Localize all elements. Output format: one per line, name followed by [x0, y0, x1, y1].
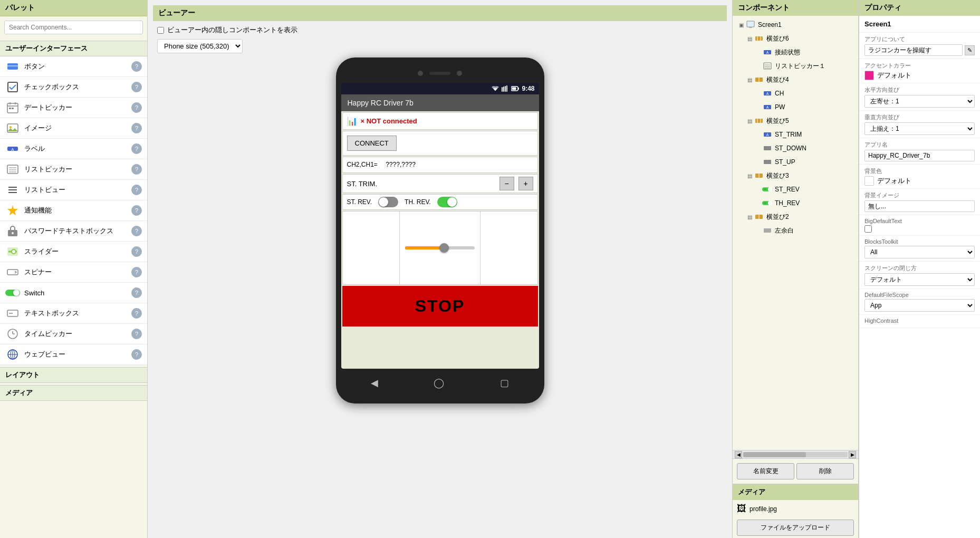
prop-about-edit-btn[interactable]: ✎ [965, 45, 975, 55]
palette-item-listview[interactable]: リストビュー ? [0, 180, 147, 200]
components-panel: コンポーネント ▣ Screen1 ▤ 横並び6 A 接続状態 [732, 0, 859, 538]
nav-back-button[interactable]: ◀ [364, 375, 385, 391]
notify-help[interactable]: ? [131, 205, 142, 216]
prop-about-row: アプリについて ✎ [859, 33, 980, 59]
delete-button[interactable]: 削除 [796, 463, 854, 479]
phone-camera [418, 71, 423, 76]
tree-item-status[interactable]: A 接続状態 [752, 45, 856, 59]
password-help[interactable]: ? [131, 226, 142, 236]
prop-valign-select[interactable]: 上揃え：1 [864, 122, 975, 135]
th-rev-label: TH. REV. [405, 198, 431, 206]
prop-about-input[interactable] [864, 44, 963, 56]
listpicker1-label: リストピッカー１ [775, 62, 825, 71]
prop-closemode-row: スクリーンの閉じ方 デフォルト [859, 262, 980, 289]
listpicker-help[interactable]: ? [131, 164, 142, 175]
palette-item-spinner[interactable]: スピナー ? [0, 262, 147, 283]
prop-blocks-select[interactable]: All [864, 246, 975, 258]
palette-item-slider[interactable]: スライダー ? [0, 242, 147, 262]
prop-bgimage-input[interactable] [864, 200, 975, 212]
joystick-center[interactable] [400, 212, 480, 284]
palette-item-datepicker[interactable]: デートピッカー ? [0, 98, 147, 118]
slider-thumb[interactable] [439, 243, 449, 253]
svg-point-28 [13, 290, 20, 296]
expand-yokonabi6[interactable]: ▤ [745, 34, 754, 43]
joystick-right[interactable] [481, 212, 537, 284]
svg-rect-63 [755, 119, 763, 123]
tree-item-leftspace[interactable]: 左余白 [752, 224, 856, 237]
prop-bigtext-checkbox[interactable] [864, 225, 872, 233]
connect-button[interactable]: CONNECT [347, 136, 397, 151]
expand-screen1[interactable]: ▣ [737, 21, 745, 29]
palette-item-label[interactable]: A ラベル ? [0, 139, 147, 159]
palette-item-switch[interactable]: Switch ? [0, 283, 147, 303]
joystick-left[interactable] [343, 212, 400, 284]
tree-item-yokonabi6[interactable]: ▤ 横並び6 [743, 32, 856, 45]
st-trim-icon: A [762, 129, 773, 140]
st-rev-switch[interactable] [378, 197, 398, 207]
scroll-right-btn[interactable]: ▶ [849, 451, 856, 458]
tree-item-yokonabi4[interactable]: ▤ 横並び4 [743, 73, 856, 87]
svg-rect-38 [502, 87, 503, 92]
expand-yokonabi5[interactable]: ▤ [745, 117, 754, 125]
search-input[interactable] [4, 21, 143, 34]
tree-item-yokonabi2[interactable]: ▤ 横並び2 [743, 210, 856, 224]
tree-item-yokonabi3[interactable]: ▤ 横並び3 [743, 169, 856, 182]
palette-item-timepicker[interactable]: タイムピッカー ? [0, 324, 147, 344]
show-hidden-checkbox[interactable] [157, 27, 164, 34]
prop-closemode-select[interactable]: デフォルト [864, 273, 975, 286]
prop-appname-input[interactable] [864, 150, 975, 161]
palette-item-checkbox[interactable]: チェックボックス ? [0, 77, 147, 98]
tree-item-st-trim[interactable]: A ST_TRIM [752, 128, 856, 141]
palette-item-listpicker[interactable]: リストピッカー ? [0, 159, 147, 180]
tree-item-yokonabi5[interactable]: ▤ 横並び5 [743, 114, 856, 128]
comp-actions: 名前変更 削除 [733, 458, 858, 484]
tree-item-screen1[interactable]: ▣ Screen1 [735, 18, 856, 32]
image-label: イメージ [24, 123, 131, 133]
palette-item-password[interactable]: パスワードテキストボックス ? [0, 221, 147, 242]
th-rev-switch[interactable] [437, 197, 457, 207]
scroll-left-btn[interactable]: ◀ [735, 451, 742, 458]
button-help[interactable]: ? [131, 61, 142, 72]
prop-filescope-select[interactable]: App [864, 299, 975, 312]
st-rev-icon [762, 184, 773, 195]
timepicker-help[interactable]: ? [131, 329, 142, 339]
stop-button[interactable]: STOP [342, 286, 538, 326]
datepicker-help[interactable]: ? [131, 102, 142, 113]
spinner-help[interactable]: ? [131, 267, 142, 277]
bgcolor-swatch[interactable] [864, 176, 874, 186]
nav-recent-button[interactable]: ▢ [494, 375, 515, 391]
prop-halign-select[interactable]: 左寄せ：1 [864, 95, 975, 108]
checkbox-help[interactable]: ? [131, 82, 142, 92]
palette-item-textbox[interactable]: テキストボックス ? [0, 303, 147, 324]
textbox-help[interactable]: ? [131, 308, 142, 319]
image-help[interactable]: ? [131, 123, 142, 133]
phone-size-select[interactable]: Phone size (505,320) [157, 39, 243, 53]
upload-button[interactable]: ファイルをアップロード [737, 520, 854, 536]
listview-help[interactable]: ? [131, 185, 142, 195]
palette-item-notify[interactable]: 通知機能 ? [0, 200, 147, 221]
palette-item-button[interactable]: ボタン ? [0, 56, 147, 77]
slider-help[interactable]: ? [131, 246, 142, 257]
expand-yokonabi3[interactable]: ▤ [745, 171, 754, 180]
tree-item-pw[interactable]: A PW [752, 100, 856, 114]
switch-help[interactable]: ? [131, 287, 142, 298]
tree-item-st-rev[interactable]: ST_REV [752, 182, 856, 196]
listpicker-icon [5, 162, 20, 177]
expand-yokonabi4[interactable]: ▤ [745, 75, 754, 84]
trim-minus-button[interactable]: − [499, 177, 514, 190]
tree-item-st-down[interactable]: ST_DOWN [752, 141, 856, 155]
palette-item-image[interactable]: イメージ ? [0, 118, 147, 139]
expand-yokonabi2[interactable]: ▤ [745, 213, 754, 221]
tree-item-listpicker1[interactable]: リストピッカー１ [752, 59, 856, 73]
label-help[interactable]: ? [131, 143, 142, 154]
accent-color-swatch[interactable] [864, 71, 874, 80]
tree-item-ch[interactable]: A CH [752, 87, 856, 100]
st-down-icon [762, 143, 773, 153]
palette-item-webview[interactable]: ウェブビュー ? [0, 344, 147, 365]
nav-home-button[interactable]: ◯ [427, 375, 450, 391]
rename-button[interactable]: 名前変更 [737, 463, 794, 479]
tree-item-st-up[interactable]: ST_UP [752, 155, 856, 169]
trim-plus-button[interactable]: + [518, 177, 533, 190]
tree-item-th-rev[interactable]: TH_REV [752, 196, 856, 210]
webview-help[interactable]: ? [131, 349, 142, 360]
